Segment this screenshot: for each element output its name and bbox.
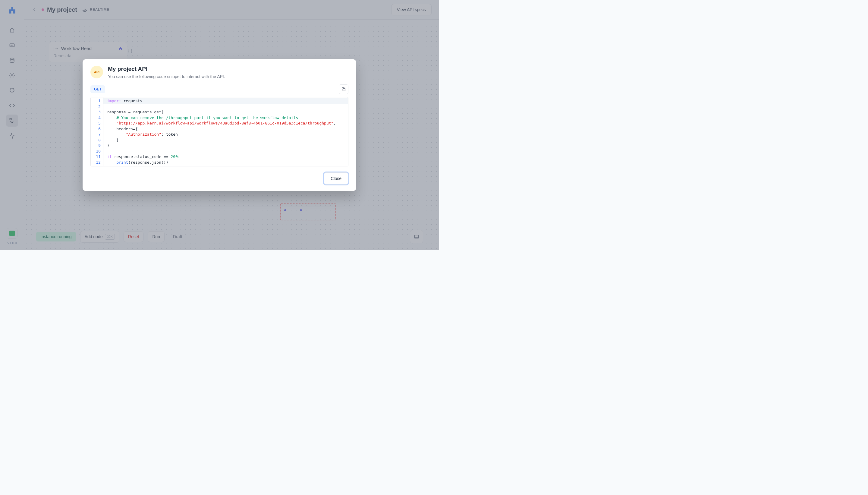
api-modal: API My project API You can use the follo… <box>83 59 356 191</box>
http-method-badge: GET <box>90 85 105 93</box>
code-body[interactable]: import requests response = requests.get(… <box>103 97 348 166</box>
line-gutter: 1 2 3 4 5 6 7 8 9 10 11 12 <box>91 97 103 166</box>
close-button[interactable]: Close <box>324 172 348 185</box>
modal-title: My project API <box>108 66 225 72</box>
copy-code-button[interactable] <box>339 84 348 94</box>
modal-subtitle: You can use the following code snippet t… <box>108 74 225 79</box>
svg-rect-7 <box>343 88 345 91</box>
code-editor[interactable]: 1 2 3 4 5 6 7 8 9 10 11 12 import reques… <box>90 97 348 166</box>
api-badge-icon: API <box>90 66 103 79</box>
